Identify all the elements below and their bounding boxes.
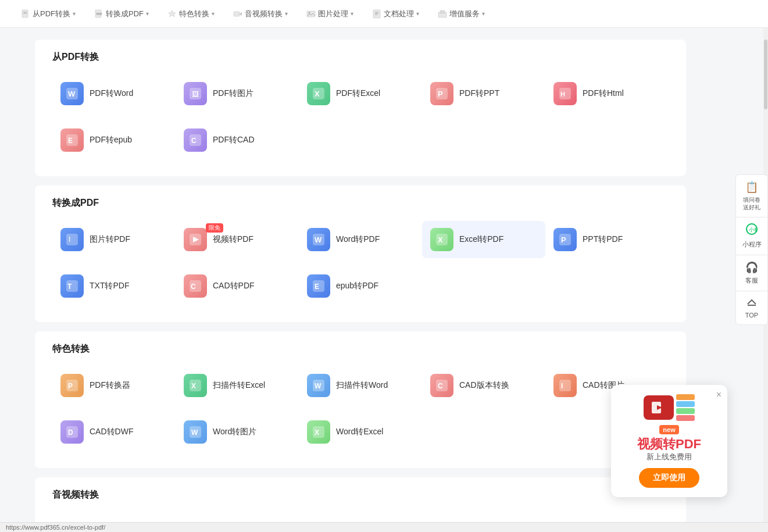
nav-special-convert[interactable]: 特色转换 ▾ [158, 0, 224, 28]
word-to-pdf-label: Word转PDF [336, 234, 380, 245]
top-nav: 从PDF转换 ▾ PDF 转换成PDF ▾ 特色转换 ▾ 音视频转换 ▾ 图片处… [0, 0, 768, 28]
pdf-to-image-label: PDF转图片 [213, 88, 253, 99]
nav-special-convert-label: 特色转换 [179, 9, 209, 19]
svg-rect-8 [307, 11, 315, 17]
promo-popup: × new 视频转PDF 新上线免费用 立即使用 [611, 385, 727, 497]
svg-rect-15 [440, 10, 445, 13]
tool-pdf-to-excel[interactable]: X PDF转Excel [299, 75, 422, 112]
nav-image-process[interactable]: 图片处理 ▾ [297, 0, 363, 28]
promo-title: 视频转PDF [620, 437, 718, 452]
promo-close-button[interactable]: × [716, 390, 721, 400]
epub-to-pdf-label: epub转PDF [336, 281, 378, 291]
nav-image-process-label: 图片处理 [318, 9, 348, 19]
svg-text:I: I [69, 235, 70, 244]
miniprogram-icon: 小程序 [746, 223, 758, 238]
promo-video-file-icon [644, 395, 674, 420]
txt-to-pdf-icon: T [60, 274, 84, 298]
svg-rect-30 [66, 234, 78, 245]
svg-text:小程序: 小程序 [749, 227, 758, 233]
tool-pdf-to-ppt[interactable]: P PDF转PPT [422, 75, 545, 112]
sidebar-survey-label: 填问卷送好礼 [743, 196, 760, 211]
sidebar-miniprogram-btn[interactable]: 小程序 小程序 [735, 217, 768, 255]
ppt-to-pdf-icon: P [553, 228, 577, 251]
scan-to-word-icon: W [307, 374, 330, 397]
pdf-to-epub-icon: E [60, 128, 84, 152]
svg-text:E: E [315, 283, 319, 291]
nav-video-convert[interactable]: 音视频转换 ▾ [224, 0, 297, 28]
tool-scan-to-excel[interactable]: X 扫描件转Excel [176, 367, 299, 404]
tool-scan-to-word[interactable]: W 扫描件转Word [299, 367, 422, 404]
tool-pdf-to-cad[interactable]: C PDF转CAD [176, 122, 299, 159]
tool-epub-to-pdf[interactable]: E epub转PDF [299, 267, 422, 305]
nav-doc-process[interactable]: 文档处理 ▾ [363, 0, 428, 28]
pdf-to-excel-label: PDF转Excel [336, 88, 380, 99]
tool-pdf-to-html[interactable]: H PDF转Html [545, 75, 669, 112]
pdf-to-epub-label: PDF转epub [90, 135, 132, 145]
word-to-pdf-icon: W [307, 228, 330, 251]
nav-from-pdf-chevron: ▾ [73, 10, 76, 17]
tool-cad-version[interactable]: C CAD版本转换 [422, 367, 545, 404]
tool-pdf-to-image[interactable]: 🖼 PDF转图片 [176, 75, 299, 112]
sidebar-top-btn[interactable]: TOP [735, 291, 768, 325]
svg-text:W: W [191, 429, 198, 437]
tool-word-to-image[interactable]: W Word转图片 [176, 413, 299, 451]
sidebar-survey-btn[interactable]: 📋 填问卷送好礼 [735, 174, 768, 217]
doc-process-icon [372, 9, 381, 19]
special-convert-grid: P PDF转换器 X 扫描件转Excel W 扫描件转Word C [52, 367, 669, 451]
tool-video-to-pdf[interactable]: 视频转PDF 限免 [176, 221, 299, 258]
nav-to-pdf[interactable]: PDF 转换成PDF ▾ [85, 0, 158, 28]
scrollbar-thumb[interactable] [764, 40, 767, 109]
sidebar-service-btn[interactable]: 🎧 客服 [735, 255, 768, 291]
tool-cad-to-dwf[interactable]: D CAD转DWF [52, 413, 176, 451]
tool-ppt-to-pdf[interactable]: P PPT转PDF [545, 221, 669, 258]
tool-image-to-pdf[interactable]: I 图片转PDF [52, 221, 176, 258]
service-icon: 🎧 [745, 261, 758, 274]
svg-marker-5 [169, 10, 176, 17]
pdf-to-ppt-label: PDF转PPT [459, 88, 499, 99]
nav-value-service-label: 增值服务 [449, 9, 480, 19]
tool-word-to-pdf[interactable]: W Word转PDF [299, 221, 422, 258]
status-bar: https://www.pdf365.cn/excel-to-pdf/ [0, 522, 768, 532]
nav-value-service[interactable]: 增值服务 ▾ [428, 0, 494, 28]
nav-value-service-chevron: ▾ [482, 10, 485, 17]
nav-from-pdf[interactable]: 从PDF转换 ▾ [12, 0, 85, 28]
promo-action-button[interactable]: 立即使用 [639, 468, 699, 488]
scan-to-excel-label: 扫描件转Excel [213, 380, 265, 391]
to-pdf-grid: I 图片转PDF 视频转PDF 限免 W Word转PDF X [52, 221, 669, 305]
ppt-to-pdf-label: PPT转PDF [583, 234, 623, 245]
svg-text:X: X [315, 429, 319, 437]
nav-image-process-chevron: ▾ [351, 10, 353, 17]
from-pdf-section: 从PDF转换 W PDF转Word 🖼 PDF转图片 X PDF转Excel [35, 40, 686, 176]
svg-text:W: W [68, 90, 76, 98]
svg-text:H: H [560, 91, 565, 98]
svg-text:X: X [191, 382, 196, 390]
tool-pdf-to-epub[interactable]: E PDF转epub [52, 122, 176, 159]
word-to-excel-label: Word转Excel [336, 427, 383, 437]
svg-text:PDF: PDF [97, 12, 102, 16]
pdf-to-word-icon: W [60, 82, 84, 105]
nav-to-pdf-label: 转换成PDF [106, 9, 144, 19]
tool-txt-to-pdf[interactable]: T TXT转PDF [52, 267, 176, 305]
pdf-converter-icon: P [60, 374, 84, 397]
word-to-image-label: Word转图片 [213, 427, 256, 437]
sidebar-top-label: TOP [745, 312, 758, 319]
pdf-to-ppt-icon: P [430, 82, 453, 105]
tool-pdf-converter[interactable]: P PDF转换器 [52, 367, 176, 404]
from-pdf-icon [21, 9, 30, 19]
nav-video-convert-label: 音视频转换 [245, 9, 283, 19]
tool-word-to-excel[interactable]: X Word转Excel [299, 413, 422, 451]
tool-cad-to-pdf[interactable]: C CAD转PDF [176, 267, 299, 305]
cad-version-icon: C [430, 374, 453, 397]
cad-to-image-icon: I [553, 374, 577, 397]
special-convert-section: 特色转换 P PDF转换器 X 扫描件转Excel W 扫描件转Word [35, 331, 686, 468]
tool-excel-to-pdf[interactable]: X Excel转PDF [422, 221, 545, 258]
pdf-to-html-icon: H [553, 82, 577, 105]
pdf-to-excel-icon: X [307, 82, 330, 105]
pdf-to-image-icon: 🖼 [184, 82, 207, 105]
from-pdf-title: 从PDF转换 [52, 51, 669, 63]
promo-subtitle: 新上线免费用 [620, 452, 718, 462]
svg-text:P: P [438, 90, 443, 98]
tool-pdf-to-word[interactable]: W PDF转Word [52, 75, 176, 112]
pdf-to-cad-label: PDF转CAD [213, 135, 255, 145]
image-process-icon [306, 9, 316, 19]
